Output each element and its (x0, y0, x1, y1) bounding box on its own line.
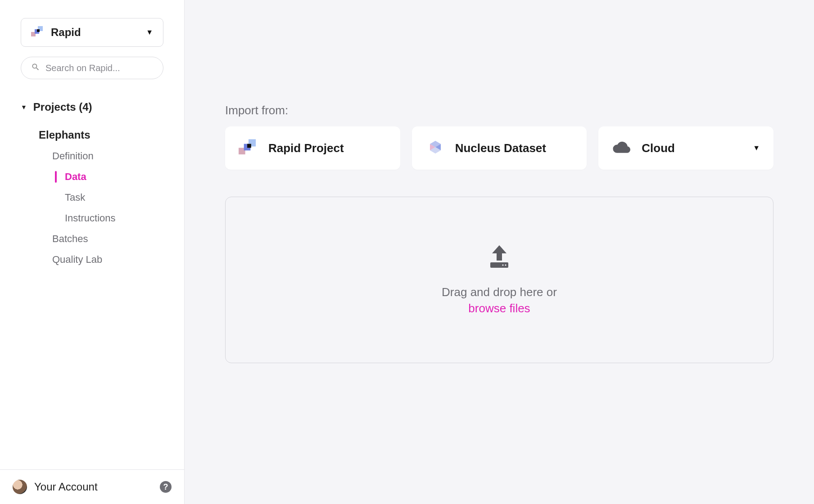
avatar[interactable] (13, 480, 27, 494)
upload-icon (485, 243, 514, 272)
import-cards: Rapid Project Nucleus Dataset (225, 126, 773, 170)
svg-rect-3 (37, 29, 40, 32)
sidebar-top: Rapid ▼ ▼ Projects (4) Elephants Definit… (0, 0, 184, 469)
caret-down-icon: ▼ (21, 104, 27, 111)
svg-point-14 (502, 264, 503, 266)
import-rapid-project-card[interactable]: Rapid Project (225, 126, 400, 170)
project-subnav: Definition Data Task Instructions Batche… (39, 146, 163, 270)
sidebar-item-batches[interactable]: Batches (52, 229, 163, 249)
search-input[interactable] (45, 63, 153, 73)
import-nucleus-dataset-card[interactable]: Nucleus Dataset (412, 126, 587, 170)
help-icon[interactable]: ? (160, 481, 172, 493)
project-list: Elephants Definition Data Task Instructi… (21, 129, 163, 270)
dropzone-line1: Drag and drop here or (442, 285, 557, 299)
main-content: Import from: Rapid Project (185, 0, 814, 504)
dropzone-text: Drag and drop here or browse files (442, 284, 557, 317)
sidebar-item-quality-lab[interactable]: Quality Lab (52, 249, 163, 270)
card-label: Rapid Project (268, 141, 387, 155)
sidebar: Rapid ▼ ▼ Projects (4) Elephants Definit… (0, 0, 185, 504)
card-label: Cloud (642, 141, 743, 155)
svg-point-15 (505, 264, 506, 266)
browse-files-link[interactable]: browse files (468, 302, 530, 315)
sidebar-item-instructions[interactable]: Instructions (52, 208, 163, 229)
brand-name: Rapid (51, 26, 140, 39)
sidebar-item-definition[interactable]: Definition (52, 146, 163, 166)
import-cloud-card[interactable]: Cloud ▼ (598, 126, 773, 170)
file-dropzone[interactable]: Drag and drop here or browse files (225, 197, 773, 363)
project-elephants[interactable]: Elephants (39, 129, 163, 141)
cloud-icon (612, 138, 632, 158)
brand-selector[interactable]: Rapid ▼ (21, 18, 163, 47)
nucleus-icon (425, 138, 445, 158)
caret-down-icon: ▼ (146, 28, 153, 36)
svg-rect-7 (247, 144, 251, 148)
card-label: Nucleus Dataset (455, 141, 574, 155)
sidebar-item-data[interactable]: Data (52, 166, 163, 187)
projects-section-header[interactable]: ▼ Projects (4) (21, 101, 163, 113)
sidebar-footer: Your Account ? (0, 469, 184, 504)
projects-section-label: Projects (4) (33, 101, 92, 113)
rapid-logo-icon (31, 26, 45, 39)
caret-down-icon: ▼ (753, 144, 760, 152)
account-link[interactable]: Your Account (34, 481, 153, 493)
sidebar-item-task[interactable]: Task (52, 187, 163, 208)
search-icon (31, 63, 40, 73)
import-from-label: Import from: (225, 104, 773, 117)
rapid-logo-icon (239, 138, 258, 158)
search-box[interactable] (21, 57, 163, 79)
